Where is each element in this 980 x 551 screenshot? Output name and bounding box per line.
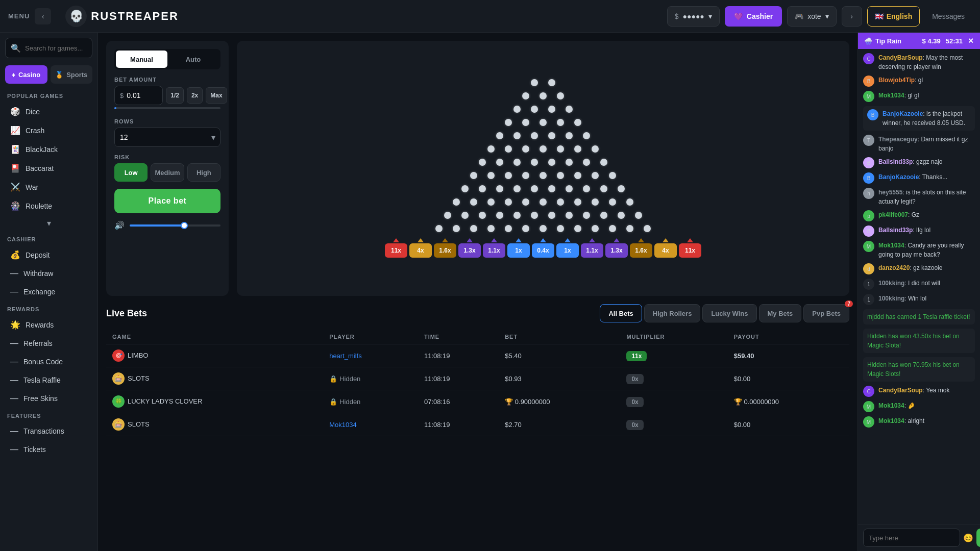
high-rollers-tab[interactable]: High Rollers (644, 304, 701, 322)
peg (548, 212, 555, 219)
avatar: p (863, 210, 874, 221)
username-label[interactable]: Mok1034 (878, 402, 904, 409)
sidebar-item-bonus-code[interactable]: — Bonus Code (3, 353, 94, 371)
multiplier-cell-8: 1.1x (581, 243, 603, 258)
rows-select[interactable]: 8 10 12 14 16 (114, 128, 220, 147)
sidebar-item-referrals[interactable]: — Referrals (3, 334, 94, 353)
user-button[interactable]: 🎮 xote ▾ (787, 6, 836, 27)
navbar: MENU ‹ 💀 RUSTREAPER $ ●●●●● ▾ 💜 Cashier … (0, 0, 980, 33)
peg (435, 225, 443, 232)
username-label[interactable]: Thepeaceguy (878, 136, 918, 143)
username-label[interactable]: Mok1034 (878, 92, 904, 99)
sidebar-item-baccarat[interactable]: 🎴 Baccarat (3, 159, 94, 178)
sidebar-item-free-skins[interactable]: — Free Skins (3, 389, 94, 408)
sidebar-item-deposit[interactable]: 💰 Deposit (3, 245, 94, 264)
risk-high-button[interactable]: High (187, 163, 220, 182)
all-bets-tab[interactable]: All Bets (600, 304, 642, 322)
lucky-wins-tab[interactable]: Lucky Wins (702, 304, 756, 322)
auto-tab[interactable]: Auto (167, 51, 219, 68)
balance-dropdown-icon: ▾ (708, 12, 712, 20)
message-content: Thepeaceguy: Dam missed it gz banjo (878, 135, 975, 153)
username-label[interactable]: 100kking (878, 280, 904, 287)
risk-medium-button[interactable]: Medium (151, 163, 184, 182)
nav-arrow-button[interactable]: › (842, 6, 862, 27)
bet-payout: $0.00 (728, 413, 849, 436)
peg (522, 92, 529, 99)
sidebar-item-roulette[interactable]: 🎡 Roulette (3, 196, 94, 215)
sports-tab[interactable]: 🏅 Sports (51, 65, 93, 84)
username-label[interactable]: pk4life007 (878, 211, 908, 218)
tip-rain-close-icon[interactable]: ✕ (968, 37, 974, 45)
username-label[interactable]: Ballsind33p (878, 227, 913, 234)
username-label[interactable]: CandyBarSoup (878, 54, 923, 61)
menu-collapse-button[interactable]: ‹ (35, 8, 51, 24)
language-button[interactable]: 🇬🇧 English (867, 6, 920, 27)
username-label[interactable]: Mok1034 (878, 417, 904, 424)
username-label[interactable]: hey5555 (878, 189, 902, 196)
message-text: alright (908, 417, 924, 424)
casino-tab[interactable]: ♦ Casino (5, 65, 47, 84)
sidebar-item-exchange[interactable]: — Exchange (3, 283, 94, 301)
tip-rain-icon: 🌧️ (864, 37, 872, 45)
cashier-button[interactable]: 💜 Cashier (725, 6, 782, 27)
bet-input-row: $ 1/2 2x Max (114, 86, 220, 105)
max-button[interactable]: Max (206, 87, 227, 104)
manual-tab[interactable]: Manual (116, 51, 167, 68)
sidebar-item-blackjack[interactable]: 🃏 BlackJack (3, 140, 94, 159)
multiplier-cell-4: 1.1x (483, 243, 505, 258)
username-label[interactable]: 100kking (878, 295, 904, 302)
my-bets-tab[interactable]: My Bets (759, 304, 802, 322)
balance-button[interactable]: $ ●●●●● ▾ (667, 6, 720, 27)
bet-amount-input[interactable] (127, 91, 157, 99)
username-label[interactable]: CandyBarSoup (878, 387, 923, 394)
username-label[interactable]: Ballsind33p (878, 158, 913, 165)
username-label[interactable]: Mok1034 (878, 242, 904, 249)
plinko-row-11 (439, 212, 647, 219)
username-label[interactable]: BanjoKazooie (883, 110, 923, 117)
half-button[interactable]: 1/2 (166, 87, 184, 104)
message-content: Blowjob4Tip: gl (878, 76, 923, 85)
search-box[interactable]: 🔍 (5, 38, 92, 58)
peg (453, 198, 460, 206)
risk-low-button[interactable]: Low (114, 163, 148, 182)
peg (540, 119, 547, 126)
double-button[interactable]: 2x (187, 87, 203, 104)
game-panel: Manual Auto BET AMOUNT $ 1/2 2x Max (98, 33, 857, 304)
sidebar-item-crash[interactable]: 📈 Crash (3, 121, 94, 140)
volume-slider[interactable] (130, 224, 220, 227)
sidebar-item-transactions[interactable]: — Transactions (3, 422, 94, 440)
chat-message: T Thepeaceguy: Dam missed it gz banjo (863, 135, 975, 153)
sidebar-item-tickets[interactable]: — Tickets (3, 440, 94, 459)
chat-emoji-button[interactable]: 😊 (963, 533, 973, 543)
search-input[interactable] (25, 44, 87, 52)
sidebar-item-tesla-raffle[interactable]: — Tesla Raffle (3, 371, 94, 389)
bet-currency: $ (120, 92, 124, 99)
multiplier-cell-7: 1x (556, 243, 579, 258)
sidebar-item-rewards[interactable]: 🌟 Rewards (3, 315, 94, 334)
peg (513, 106, 521, 113)
chat-send-button[interactable]: Send (976, 529, 980, 547)
username-label[interactable]: Blowjob4Tip (878, 77, 915, 84)
chat-input[interactable] (863, 529, 960, 547)
sidebar-item-dice[interactable]: 🎲 Dice (3, 102, 94, 121)
peg (548, 106, 555, 113)
chat-message: d danzo2420: gz kazooie (863, 263, 975, 274)
peg (522, 119, 529, 126)
messages-button[interactable]: Messages (925, 6, 972, 27)
username-label[interactable]: BanjoKazooie (878, 173, 919, 181)
chat-messages: C CandyBarSoup: May the most deserving r… (858, 49, 980, 524)
peg (548, 79, 555, 86)
sidebar-item-withdraw[interactable]: — Withdraw (3, 264, 94, 283)
username-label[interactable]: danzo2420 (878, 264, 910, 271)
peg (496, 159, 503, 166)
peg (618, 185, 625, 192)
game-type-icon: 🎰 (112, 372, 125, 385)
expand-games-button[interactable]: ▾ (0, 215, 97, 231)
message-content: Ballsind33p: lfg lol (878, 226, 930, 235)
col-time: TIME (418, 330, 499, 344)
avatar: 1 (863, 279, 874, 290)
sidebar-item-war[interactable]: ⚔️ War (3, 178, 94, 196)
peg (505, 145, 512, 153)
pvp-bets-tab[interactable]: Pvp Bets 7 (803, 304, 849, 322)
place-bet-button[interactable]: Place bet (114, 189, 220, 213)
